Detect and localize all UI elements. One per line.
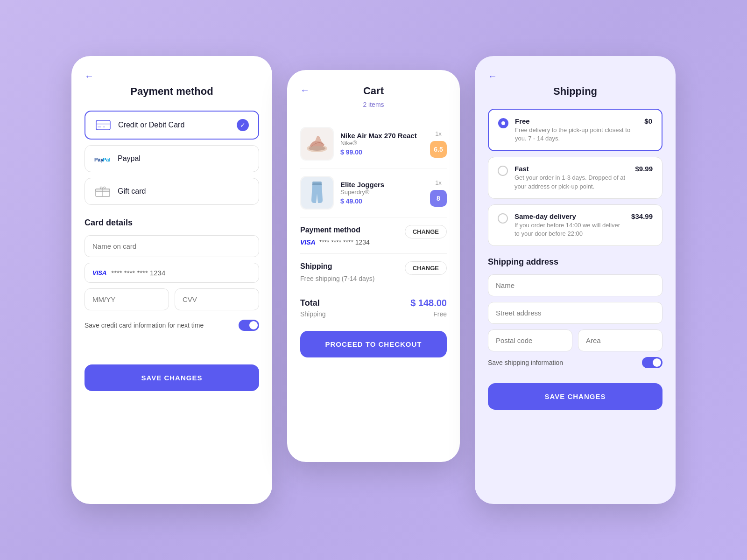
cart-item-nike: Nike Air Max 270 React Nike® $ 99.00 1x … bbox=[300, 119, 447, 168]
back-arrow-right[interactable]: ← bbox=[488, 71, 497, 82]
save-card-label: Save credit card information for next ti… bbox=[85, 322, 233, 329]
nike-item-price: $ 99.00 bbox=[340, 148, 423, 156]
joggers-item-price: $ 49.00 bbox=[340, 197, 423, 205]
joggers-size-badge: 8 bbox=[430, 190, 447, 207]
svg-rect-2 bbox=[98, 126, 101, 127]
proceed-checkout-button[interactable]: PROCEED TO CHECKOUT bbox=[300, 331, 447, 357]
cart-shipping-section: Shipping CHANGE Free shipping (7-14 days… bbox=[300, 254, 447, 290]
payment-method-panel: ← Payment method Credit or Debit Card ✓ … bbox=[71, 56, 272, 504]
shipping-street-input[interactable] bbox=[488, 302, 662, 324]
nike-qty: 1x bbox=[435, 130, 442, 137]
save-shipping-toggle[interactable] bbox=[642, 357, 662, 368]
shipping-panel: ← Shipping Free Free delivery to the pic… bbox=[475, 56, 676, 504]
credit-card-icon bbox=[95, 119, 112, 131]
credit-card-label: Credit or Debit Card bbox=[118, 121, 230, 129]
expiry-cvv-row bbox=[85, 288, 259, 310]
name-on-card-input[interactable] bbox=[85, 235, 259, 257]
cart-visa-logo: VISA bbox=[300, 238, 316, 246]
back-arrow-center[interactable]: ← bbox=[300, 85, 310, 96]
sameday-option-info: Same-day delivery If you order before 14… bbox=[514, 212, 625, 238]
change-shipping-button[interactable]: CHANGE bbox=[405, 261, 447, 275]
payment-visa-info: VISA **** **** **** 1234 bbox=[300, 238, 447, 246]
fast-option-info: Fast Get your order in 1-3 days. Dropped… bbox=[514, 165, 628, 190]
postal-area-row bbox=[488, 329, 662, 351]
svg-rect-14 bbox=[312, 183, 322, 185]
shipping-cost-value: Free bbox=[433, 310, 447, 318]
fast-shipping-option[interactable]: Fast Get your order in 1-3 days. Dropped… bbox=[488, 157, 662, 198]
cart-shipping-title: Shipping bbox=[300, 262, 332, 271]
free-option-name: Free bbox=[515, 117, 638, 125]
fast-radio bbox=[498, 166, 508, 176]
svg-point-11 bbox=[309, 146, 325, 151]
save-shipping-label: Save shipping information bbox=[488, 359, 636, 366]
cart-item-joggers: Elite Joggers Superdry® $ 49.00 1x 8 bbox=[300, 168, 447, 217]
shipping-title: Shipping bbox=[488, 85, 662, 98]
gift-card-option[interactable]: Gift card bbox=[85, 178, 259, 205]
nike-size-badge: 6.5 bbox=[430, 141, 447, 158]
paypal-option[interactable]: Pay Pal Paypal bbox=[85, 145, 259, 172]
joggers-image bbox=[300, 176, 334, 210]
joggers-qty-area: 1x 8 bbox=[430, 179, 447, 207]
free-option-info: Free Free delivery to the pick-up point … bbox=[515, 117, 638, 143]
svg-rect-1 bbox=[96, 123, 110, 125]
sameday-option-name: Same-day delivery bbox=[514, 212, 625, 220]
sameday-shipping-option[interactable]: Same-day delivery If you order before 14… bbox=[488, 204, 662, 246]
card-details-title: Card details bbox=[85, 218, 259, 228]
sameday-radio bbox=[498, 213, 508, 224]
sameday-option-price: $34.99 bbox=[631, 212, 653, 220]
change-payment-button[interactable]: CHANGE bbox=[405, 225, 447, 238]
back-arrow-left[interactable]: ← bbox=[85, 71, 94, 82]
save-shipping-toggle-row: Save shipping information bbox=[488, 357, 662, 368]
total-section: Total $ 148.00 Shipping Free bbox=[300, 290, 447, 327]
cart-panel: ← Cart 2 items Nike Air Max 270 React Ni… bbox=[287, 70, 460, 462]
paypal-label: Paypal bbox=[118, 154, 249, 163]
total-row: Total $ 148.00 bbox=[300, 298, 447, 308]
address-section-title: Shipping address bbox=[488, 257, 662, 267]
fast-option-price: $9.99 bbox=[635, 165, 653, 173]
svg-rect-13 bbox=[312, 182, 322, 183]
shipping-free-row: Shipping Free bbox=[300, 310, 447, 318]
cart-payment-section: Payment method CHANGE VISA **** **** ***… bbox=[300, 217, 447, 254]
nike-item-name: Nike Air Max 270 React bbox=[340, 132, 423, 140]
nike-item-brand: Nike® bbox=[340, 140, 423, 147]
credit-card-option[interactable]: Credit or Debit Card ✓ bbox=[85, 111, 259, 140]
postal-code-input[interactable] bbox=[488, 329, 572, 351]
shipping-description: Free shipping (7-14 days) bbox=[300, 275, 447, 282]
svg-text:Pal: Pal bbox=[103, 157, 111, 162]
save-card-toggle[interactable] bbox=[239, 320, 259, 331]
cart-payment-title: Payment method bbox=[300, 226, 360, 234]
shipping-text-label: Shipping bbox=[300, 310, 326, 318]
shipping-name-input[interactable] bbox=[488, 274, 662, 296]
joggers-item-info: Elite Joggers Superdry® $ 49.00 bbox=[340, 181, 423, 205]
card-number-row: VISA **** **** **** 1234 bbox=[85, 263, 259, 283]
fast-option-name: Fast bbox=[514, 165, 628, 173]
area-input[interactable] bbox=[578, 329, 662, 351]
cvv-input[interactable] bbox=[175, 288, 259, 310]
joggers-item-name: Elite Joggers bbox=[340, 181, 423, 189]
free-option-price: $0 bbox=[644, 117, 652, 125]
cart-title: Cart bbox=[300, 85, 447, 97]
save-changes-button-right[interactable]: SAVE CHANGES bbox=[488, 383, 662, 410]
svg-rect-3 bbox=[103, 126, 105, 127]
payment-section-row: Payment method CHANGE bbox=[300, 225, 447, 238]
total-label: Total bbox=[300, 298, 320, 308]
nike-shoe-image bbox=[300, 127, 334, 161]
free-option-desc: Free delivery to the pick-up point close… bbox=[515, 126, 638, 143]
sameday-option-desc: If you order before 14:00 we will delive… bbox=[514, 221, 625, 238]
save-changes-button-left[interactable]: SAVE CHANGES bbox=[85, 364, 259, 391]
gift-card-label: Gift card bbox=[118, 187, 249, 196]
joggers-item-brand: Superdry® bbox=[340, 189, 423, 196]
save-card-toggle-row: Save credit card information for next ti… bbox=[85, 320, 259, 331]
nike-item-info: Nike Air Max 270 React Nike® $ 99.00 bbox=[340, 132, 423, 156]
cart-subtitle: 2 items bbox=[300, 101, 447, 108]
total-amount: $ 148.00 bbox=[410, 298, 447, 308]
joggers-qty: 1x bbox=[435, 179, 442, 186]
selected-check-icon: ✓ bbox=[237, 119, 249, 131]
expiry-input[interactable] bbox=[85, 288, 169, 310]
free-shipping-option[interactable]: Free Free delivery to the pick-up point … bbox=[488, 109, 662, 151]
payment-title: Payment method bbox=[85, 85, 259, 98]
nike-qty-area: 1x 6.5 bbox=[430, 130, 447, 158]
gift-card-icon bbox=[94, 186, 111, 197]
paypal-icon: Pay Pal bbox=[94, 153, 111, 164]
card-number-display: **** **** **** 1234 bbox=[111, 269, 251, 277]
